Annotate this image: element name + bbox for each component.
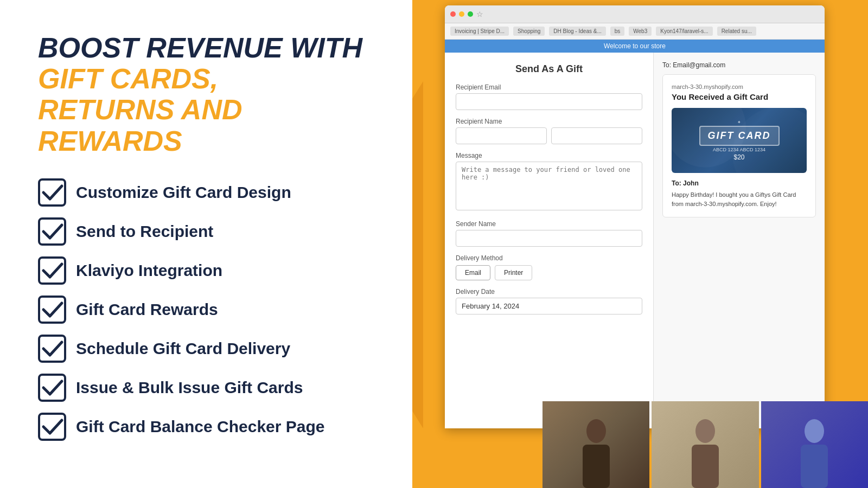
browser-maximize-dot[interactable] [468,11,473,17]
email-domain: march-3-30.myshopify.com [672,84,807,90]
bottom-image-2 [652,401,758,488]
checkmark-icon [38,374,66,402]
recipient-first-name-input[interactable] [456,127,547,144]
gift-card-image: ✦ GIFT CARD ABCD 1234 ABCD 1234 $20 [672,108,807,173]
gift-card-label: GIFT CARD [708,130,771,142]
person-silhouette-2 [684,418,727,488]
email-recipient-name: To: John [672,179,807,187]
email-preview-panel: To: Email@gmail.com march-3-30.myshopify… [654,53,825,428]
tab-related[interactable]: Related su... [717,27,756,36]
store-announcement-bar: Welcome to our store [445,40,825,53]
email-message-text: Happy Birthday! I bought you a Giftys Gi… [672,190,807,208]
tab-dh-blog[interactable]: DH Blog - Ideas &... [549,27,605,36]
browser-minimize-dot[interactable] [459,11,464,17]
name-row [456,127,642,144]
tab-web3[interactable]: Web3 [629,27,652,36]
feature-checklist: Customize Gift Card Design Send to Recip… [38,178,380,441]
svg-rect-8 [583,445,610,488]
svg-rect-12 [801,445,828,488]
email-method-button[interactable]: Email [456,265,490,280]
list-item: Schedule Gift Card Delivery [38,335,380,363]
tab-invoicing[interactable]: Invoicing | Stripe D... [450,27,509,36]
recipient-name-label: Recipient Name [456,118,642,125]
sender-name-input[interactable] [456,230,642,247]
list-item: Send to Recipient [38,217,380,246]
checkmark-icon [38,335,66,363]
tab-bs[interactable]: bs [610,27,625,36]
checklist-item-label: Schedule Gift Card Delivery [76,339,290,358]
delivery-date-input[interactable] [456,298,642,314]
gift-card-form-panel: Send As A Gift Recipient Email Recipient… [445,53,654,428]
checklist-item-label: Gift Card Balance Checker Page [76,418,325,436]
printer-method-button[interactable]: Printer [495,265,532,280]
bookmark-icon[interactable]: ☆ [476,10,483,18]
checkmark-icon [38,296,66,324]
checklist-item-label: Send to Recipient [76,222,213,241]
list-item: Gift Card Rewards [38,296,380,324]
sender-name-label: Sender Name [456,220,642,228]
person-silhouette-3 [793,418,836,488]
browser-toolbar: Invoicing | Stripe D... Shopping DH Blog… [445,23,825,40]
checklist-item-label: Customize Gift Card Design [76,183,291,202]
checkmark-icon [38,413,66,441]
recipient-email-input[interactable] [456,93,642,110]
svg-point-11 [805,419,824,443]
checkmark-icon [38,256,66,285]
delivery-method-buttons: Email Printer [456,265,642,280]
message-label: Message [456,152,642,159]
list-item: Issue & Bulk Issue Gift Cards [38,374,380,402]
browser-close-dot[interactable] [450,11,456,17]
recipient-last-name-input[interactable] [551,127,642,144]
bottom-images-strip [542,401,868,488]
email-to-address: To: Email@gmail.com [662,61,816,69]
headline-dark-part1: BOOST REVENUE WITH [38,32,362,63]
main-headline: BOOST REVENUE WITH GIFT CARDS, RETURNS A… [38,33,380,157]
email-card-preview: march-3-30.myshopify.com You Received a … [662,74,816,217]
tab-shopping[interactable]: Shopping [513,27,545,36]
checklist-item-label: Issue & Bulk Issue Gift Cards [76,378,303,397]
delivery-method-group: Delivery Method Email Printer [456,254,642,280]
svg-point-9 [695,419,715,443]
sender-name-group: Sender Name [456,220,642,247]
delivery-method-label: Delivery Method [456,254,642,262]
bottom-image-3 [761,401,868,488]
list-item: Customize Gift Card Design [38,178,380,207]
person-silhouette-1 [575,418,618,488]
browser-window: ☆ Invoicing | Stripe D... Shopping DH Bl… [445,5,825,428]
message-input[interactable] [456,162,642,210]
form-title: Send As A Gift [456,63,642,75]
checklist-item-label: Gift Card Rewards [76,300,218,319]
message-group: Message [456,152,642,213]
delivery-date-label: Delivery Date [456,288,642,296]
list-item: Gift Card Balance Checker Page [38,413,380,441]
svg-rect-10 [692,445,719,488]
recipient-email-group: Recipient Email [456,84,642,110]
checkmark-icon [38,217,66,246]
recipient-name-group: Recipient Name [456,118,642,144]
store-bar-text: Welcome to our store [604,42,666,50]
bottom-image-1 [542,401,649,488]
left-panel: BOOST REVENUE WITH GIFT CARDS, RETURNS A… [0,0,412,488]
email-heading: You Received a Gift Card [672,92,807,101]
gift-card-text-box: GIFT CARD [699,126,780,146]
checkmark-icon [38,178,66,207]
delivery-date-group: Delivery Date [456,288,642,314]
browser-chrome: ☆ [445,5,825,23]
tab-kyon[interactable]: Kyon147/laravel-s... [656,27,712,36]
recipient-email-label: Recipient Email [456,84,642,91]
svg-point-7 [586,419,606,443]
headline-orange-part2: RETURNS AND REWARDS [38,94,242,156]
browser-content: Send As A Gift Recipient Email Recipient… [445,53,825,428]
list-item: Klaviyo Integration [38,256,380,285]
checklist-item-label: Klaviyo Integration [76,261,222,280]
headline-orange-part1: GIFT CARDS, [38,63,218,94]
